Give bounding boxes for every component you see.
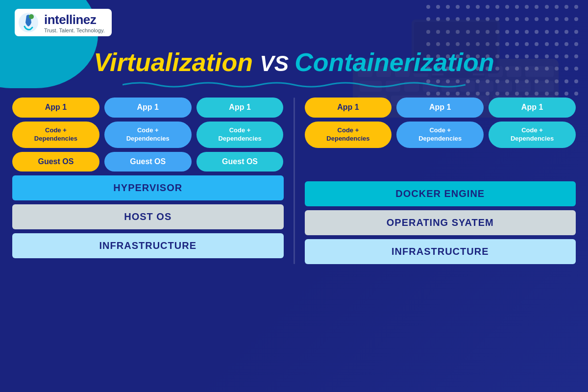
cont-app1-yellow: App 1 <box>305 98 392 118</box>
virt-hostos-layer: HOST OS <box>12 204 284 229</box>
virt-app1-yellow: App 1 <box>12 98 99 118</box>
virt-app-row: App 1 App 1 App 1 <box>12 98 284 118</box>
virt-guestos-teal: Guest OS <box>196 152 284 172</box>
svg-point-30 <box>29 14 34 19</box>
virt-app1-teal: App 1 <box>196 98 284 118</box>
cont-app1-blue: App 1 <box>396 98 484 118</box>
virt-code-blue: Code +Dependencies <box>104 122 192 148</box>
cont-infrastructure-layer: INFRASTRUCTURE <box>305 239 576 264</box>
virt-guestos-row: Guest OS Guest OS Guest OS <box>12 152 284 172</box>
cont-app1-teal: App 1 <box>489 98 576 118</box>
logo-text: intellinez Trust. Talent. Technology. <box>44 12 105 33</box>
title-virtualization: Virtualization <box>94 48 253 76</box>
virt-guestos-blue: Guest OS <box>104 152 192 172</box>
logo-icon <box>18 12 39 33</box>
cont-code-teal: Code +Dependencies <box>489 122 576 148</box>
cont-code-yellow: Code +Dependencies <box>305 122 392 148</box>
virt-code-teal: Code +Dependencies <box>196 122 284 148</box>
logo-tagline: Trust. Talent. Technology. <box>44 27 105 33</box>
virt-code-row: Code +Dependencies Code +Dependencies Co… <box>12 122 284 148</box>
virt-infrastructure-layer: INFRASTRUCTURE <box>12 233 284 258</box>
title-containerization: Containerization <box>294 48 494 76</box>
virt-hypervisor-layer: HYPERVISOR <box>12 175 284 200</box>
virt-app1-blue: App 1 <box>104 98 192 118</box>
virt-code-yellow: Code +Dependencies <box>12 122 99 148</box>
logo-name: intellinez <box>44 12 105 27</box>
cont-code-blue: Code +Dependencies <box>396 122 484 148</box>
cont-spacer <box>305 152 576 177</box>
title-vs: VS <box>260 51 294 75</box>
containerization-column: App 1 App 1 App 1 Code +Dependencies Cod… <box>305 98 576 264</box>
cont-docker-layer: DOCKER ENGINE <box>305 181 576 206</box>
virtualization-column: App 1 App 1 App 1 Code +Dependencies Cod… <box>12 98 284 264</box>
cont-os-layer: OPERATING SYATEM <box>305 210 576 235</box>
virt-guestos-yellow: Guest OS <box>12 152 99 172</box>
logo-container: intellinez Trust. Talent. Technology. <box>15 9 112 36</box>
column-separator <box>294 98 295 264</box>
cont-code-row: Code +Dependencies Code +Dependencies Co… <box>305 122 576 148</box>
main-title: Virtualization VS Containerization <box>0 48 588 77</box>
header: intellinez Trust. Talent. Technology. <box>0 0 588 45</box>
title-underline <box>122 81 466 89</box>
diagram-area: App 1 App 1 App 1 Code +Dependencies Cod… <box>0 98 588 264</box>
cont-app-row: App 1 App 1 App 1 <box>305 98 576 118</box>
